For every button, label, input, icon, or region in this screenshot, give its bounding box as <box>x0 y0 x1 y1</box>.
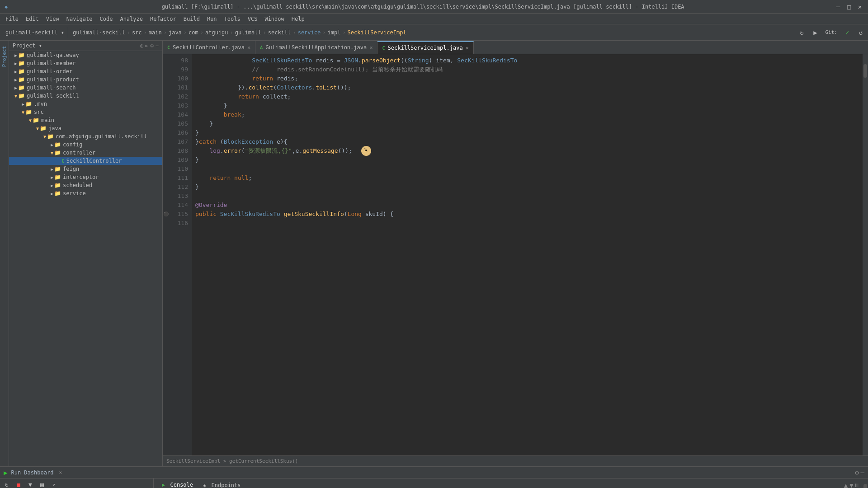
menu-file[interactable]: File <box>2 15 22 23</box>
sidebar-settings-icon[interactable]: ⚙ <box>151 42 154 49</box>
run-restart-btn[interactable]: ↻ <box>2 479 12 488</box>
sidebar-collapse-icon[interactable]: ⇤ <box>145 42 148 49</box>
toolbar: gulimall-seckill ▾ gulimall-seckill › sr… <box>0 24 868 41</box>
sidebar-item-product[interactable]: ▶ 📁 gulimall-product <box>9 75 162 84</box>
menu-run[interactable]: Run <box>203 15 221 23</box>
left-panel-tabs: Project <box>0 41 9 466</box>
toolbar-history[interactable]: ↺ <box>855 27 866 38</box>
code-line-108: log.error("资源被限流,{}",e.getMessage()); 🖱 <box>195 146 859 155</box>
run-dashboard-header: ▶ Run Dashboard × ⚙ ─ <box>0 467 868 479</box>
sidebar-title: Project ▾ <box>13 42 42 49</box>
console-scroll-up[interactable]: ▲ <box>844 482 848 488</box>
app-icon: ◆ <box>5 4 8 10</box>
sidebar-item-feign[interactable]: ▶ 📁 feign <box>9 165 162 173</box>
console-scroll-down[interactable]: ▼ <box>849 482 853 488</box>
title-bar: ◆ gulimall [F:\gulimall] - ...\gulimall-… <box>0 0 868 14</box>
editor-tabs: C SeckillController.java ✕ A GulimallSec… <box>163 41 868 54</box>
toolbar-git: Git: <box>824 27 840 38</box>
menu-bar: FileEditViewNavigateCodeAnalyzeRefactorB… <box>0 14 868 24</box>
toolbar-build[interactable]: ▶ <box>810 27 821 38</box>
sidebar-header: Project ▾ ◎ ⇤ ⚙ − <box>9 41 162 51</box>
run-toolbar: ↻ ■ ▼ ▦ ▿ <box>0 479 153 488</box>
code-content[interactable]: SecKillSkuRedisTo redis = JSON.parseObje… <box>192 54 863 455</box>
run-dashboard-close[interactable]: × <box>59 469 62 476</box>
sidebar: Project ▾ ◎ ⇤ ⚙ − ▶ 📁 gulimall-gateway ▶… <box>9 41 163 466</box>
sidebar-item-gateway[interactable]: ▶ 📁 gulimall-gateway <box>9 51 162 59</box>
sidebar-hide-icon[interactable]: − <box>156 42 159 49</box>
menu-vcs[interactable]: VCS <box>244 15 261 23</box>
sidebar-item-main[interactable]: ▼ 📁 main <box>9 116 162 124</box>
code-line-112: } <box>195 183 859 192</box>
sidebar-item-interceptor[interactable]: ▶ 📁 interceptor <box>9 173 162 181</box>
run-icon: ▶ <box>4 469 7 476</box>
code-line-104: break; <box>195 110 859 119</box>
code-editor[interactable]: ⚫ 98 99 100 101 102 103 104 105 106 107 … <box>163 54 868 455</box>
menu-tools[interactable]: Tools <box>221 15 244 23</box>
sidebar-item-scheduled[interactable]: ▶ 📁 scheduled <box>9 181 162 189</box>
code-line-105: } <box>195 119 859 128</box>
tab-seckill-controller[interactable]: C SeckillController.java ✕ <box>163 41 255 54</box>
editor-area: C SeckillController.java ✕ A GulimallSec… <box>163 41 868 466</box>
maximize-button[interactable]: □ <box>845 3 853 10</box>
line-numbers: 98 99 100 101 102 103 104 105 106 107 10… <box>169 54 192 455</box>
sidebar-item-order[interactable]: ▶ 📁 gulimall-order <box>9 67 162 75</box>
code-line-115: public SecKillSkuRedisTo getSkuSeckillIn… <box>195 210 859 219</box>
sidebar-item-controller[interactable]: ▼ 📁 controller <box>9 149 162 157</box>
menu-edit[interactable]: Edit <box>22 15 42 23</box>
sidebar-item-search[interactable]: ▶ 📁 gulimall-search <box>9 84 162 92</box>
footer-breadcrumb: SeckillServiceImpl > getCurrentSeckillSk… <box>166 458 298 464</box>
code-line-110 <box>195 164 859 174</box>
sidebar-item-java[interactable]: ▼ 📁 java <box>9 124 162 132</box>
sidebar-item-seckill-controller[interactable]: ▶ C SeckillController <box>9 157 162 165</box>
tab-seckill-impl[interactable]: C SeckillServiceImpl.java ✕ <box>377 41 473 54</box>
sidebar-item-src[interactable]: ▼ 📁 src <box>9 108 162 116</box>
tab-icon-impl: C <box>382 46 385 51</box>
tab-close-app[interactable]: ✕ <box>369 44 373 51</box>
breadcrumb: gulimall-seckill › src › main › java › c… <box>69 29 410 36</box>
menu-analyze[interactable]: Analyze <box>116 15 146 23</box>
console-scroll-right[interactable]: ≡ <box>854 483 861 487</box>
tab-icon-app: A <box>260 45 263 50</box>
code-line-100: return redis; <box>195 74 859 83</box>
code-line-109: } <box>195 155 859 164</box>
code-line-107: }catch (BlockException e){ <box>195 137 859 146</box>
code-line-102: return collect; <box>195 92 859 101</box>
sidebar-item-package[interactable]: ▼ 📁 com.atguigu.gulimall.seckill <box>9 132 162 141</box>
run-resume-btn[interactable]: ▼ <box>25 479 35 488</box>
toolbar-checkmark[interactable]: ✓ <box>842 27 853 38</box>
run-dashboard-label[interactable]: Run Dashboard <box>11 469 53 476</box>
tab-close-impl[interactable]: ✕ <box>466 45 469 51</box>
menu-code[interactable]: Code <box>96 15 117 23</box>
toolbar-refresh[interactable]: ↻ <box>797 27 807 38</box>
tab-endpoints[interactable]: ◈ Endpoints <box>198 480 245 488</box>
sidebar-item-config[interactable]: ▶ 📁 config <box>9 141 162 149</box>
bottom-panel: ▶ Run Dashboard × ⚙ ─ ↻ ■ ▼ ▦ ▿ ▶ Renren… <box>0 466 868 488</box>
sidebar-scope-icon[interactable]: ◎ <box>140 42 143 49</box>
code-line-113 <box>195 192 859 201</box>
code-line-111: return null; <box>195 174 859 183</box>
menu-build[interactable]: Build <box>180 15 203 23</box>
tab-close-controller[interactable]: ✕ <box>247 44 250 51</box>
sidebar-item-service[interactable]: ▶ 📁 service <box>9 189 162 197</box>
menu-window[interactable]: Window <box>261 15 288 23</box>
run-filter-btn[interactable]: ▿ <box>49 479 59 488</box>
close-button[interactable]: ✕ <box>856 3 863 10</box>
main-area: Project Project ▾ ◎ ⇤ ⚙ − ▶ 📁 gulimall-g… <box>0 41 868 466</box>
bottom-settings-icon[interactable]: ⚙ <box>855 469 859 476</box>
tab-gulimall-app[interactable]: A GulimallSeckillApplication.java ✕ <box>255 41 377 54</box>
sidebar-item-member[interactable]: ▶ 📁 gulimall-member <box>9 59 162 67</box>
sidebar-item-seckill[interactable]: ▼ 📁 gulimall-seckill <box>9 92 162 100</box>
project-panel-tab[interactable]: Project <box>0 42 8 70</box>
tab-console[interactable]: ▶ Console <box>157 480 198 488</box>
menu-view[interactable]: View <box>42 15 63 23</box>
title-text: gulimall [F:\gulimall] - ...\gulimall-se… <box>11 4 835 10</box>
code-line-116 <box>195 219 859 228</box>
menu-help[interactable]: Help <box>288 15 308 23</box>
run-layout-btn[interactable]: ▦ <box>37 479 47 488</box>
bottom-hide-icon[interactable]: ─ <box>861 469 864 476</box>
minimize-button[interactable]: ─ <box>835 3 842 10</box>
menu-refactor[interactable]: Refactor <box>146 15 180 23</box>
sidebar-item-mvn[interactable]: ▶ 📁 .mvn <box>9 100 162 108</box>
menu-navigate[interactable]: Navigate <box>63 15 96 23</box>
run-stop-btn[interactable]: ■ <box>14 479 24 488</box>
